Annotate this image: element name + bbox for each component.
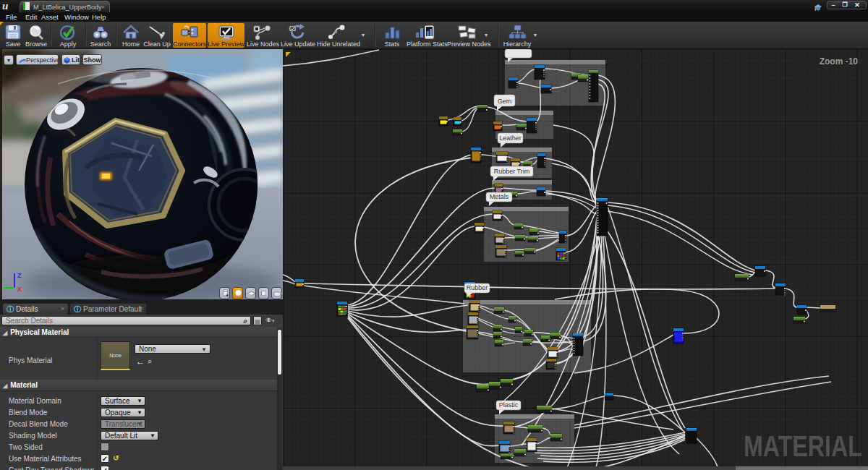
svg-text:Metals: Metals: [490, 193, 509, 200]
svg-text:Gem: Gem: [498, 98, 512, 105]
svg-text:Rubber Trim: Rubber Trim: [494, 168, 530, 175]
svg-text:Leather: Leather: [499, 134, 522, 142]
svg-text:MATERIAL: MATERIAL: [744, 430, 862, 462]
svg-text:X: X: [17, 286, 22, 293]
svg-text:Plastic: Plastic: [499, 401, 519, 409]
svg-text:Rubber: Rubber: [467, 284, 488, 291]
svg-text:Zoom -10: Zoom -10: [820, 56, 859, 67]
svg-text:Z: Z: [17, 272, 22, 279]
